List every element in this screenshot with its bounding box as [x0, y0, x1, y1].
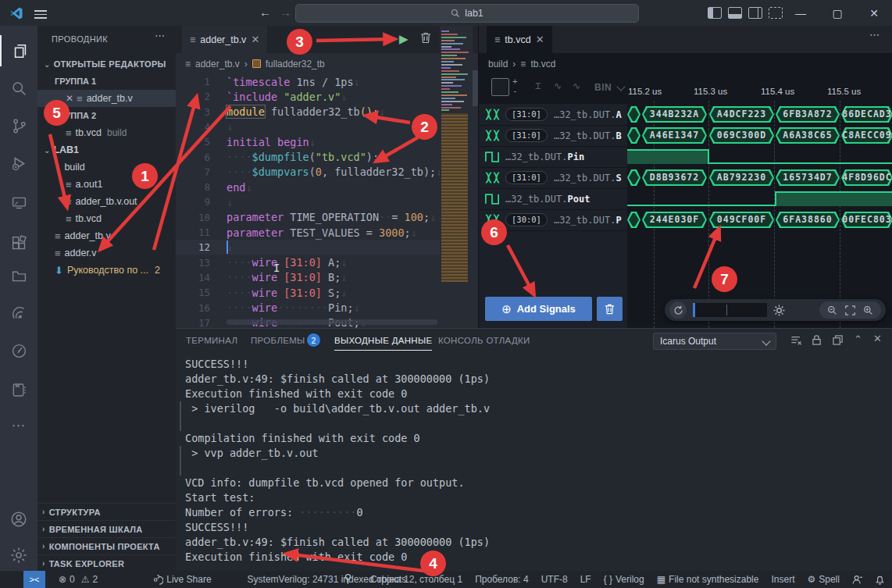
- section-временная-шкала[interactable]: ›ВРЕМЕННАЯ ШКАЛА: [37, 520, 176, 537]
- radix-chevron-icon[interactable]: [616, 82, 625, 91]
- code-area[interactable]: 1`timescale 1ns / 1ps↓2`include "adder.v…: [176, 74, 440, 328]
- problems-status[interactable]: ⊗0 ⚠2: [59, 574, 98, 585]
- tab-adder-tb[interactable]: ≡ adder_tb.v ✕: [182, 26, 267, 53]
- notifications-status[interactable]: [875, 575, 885, 585]
- activity-source-control-icon[interactable]: [0, 110, 37, 141]
- indentation-status[interactable]: Пробелов: 4: [475, 574, 529, 585]
- activity-timer-icon[interactable]: [0, 335, 37, 366]
- collapse-icon[interactable]: -: [512, 86, 518, 96]
- tree-item-tb.vcd[interactable]: ≡tb.vcd: [37, 210, 176, 227]
- breadcrumb-file[interactable]: tb.vcd: [530, 59, 555, 69]
- signal-row-b[interactable]: [31:0]…32_tb.DUT.B: [479, 125, 627, 147]
- output-content[interactable]: SUCCESS!!!adder_tb.v:49: $finish called …: [185, 329, 892, 572]
- code-line[interactable]: 6····$dumpfile("tb.vcd");↓: [176, 150, 440, 165]
- select-all-checkbox[interactable]: [491, 78, 509, 96]
- ports-status[interactable]: [344, 573, 352, 585]
- section-структура[interactable]: ›СТРУКТУРА: [37, 503, 176, 520]
- code-line[interactable]: 10parameter TIME_OPERATION··= 100;↓: [176, 210, 440, 225]
- activity-broadcast-icon[interactable]: [0, 298, 37, 329]
- editor-scrollbar[interactable]: [473, 70, 478, 106]
- code-line[interactable]: 8end↓: [176, 180, 440, 194]
- eol-status[interactable]: LF: [580, 574, 591, 585]
- activity-debug-icon[interactable]: [0, 148, 37, 179]
- customize-layout-icon[interactable]: [769, 7, 783, 19]
- nav-forward-icon[interactable]: →: [280, 5, 291, 19]
- window-close-button[interactable]: ✕: [858, 0, 890, 26]
- cursor-position-status[interactable]: Строка 12, столбец 1: [370, 574, 462, 585]
- tab-close-icon[interactable]: ✕: [536, 34, 544, 45]
- bus-format-icon[interactable]: ⌶: [535, 80, 541, 91]
- tab-tb-vcd[interactable]: ≡ tb.vcd ✕: [487, 26, 552, 53]
- activity-more-icon[interactable]: ⋯: [0, 410, 37, 441]
- toggle-secondary-sidebar-icon[interactable]: [748, 7, 762, 19]
- live-share-status[interactable]: Live Share: [153, 574, 211, 585]
- command-center-search[interactable]: lab1: [295, 4, 639, 23]
- sidebar-more-icon[interactable]: ⋯: [155, 30, 165, 41]
- code-line[interactable]: 4↓: [176, 119, 440, 134]
- activity-account-icon[interactable]: [0, 504, 37, 535]
- run-button[interactable]: ▶: [399, 32, 409, 46]
- toggle-sidebar-icon[interactable]: [708, 7, 722, 19]
- vcd-more-icon[interactable]: ⋯: [869, 29, 880, 41]
- zoom-fit-icon[interactable]: [845, 305, 855, 315]
- code-line[interactable]: 9↓: [176, 194, 440, 209]
- encoding-status[interactable]: UTF-8: [541, 574, 568, 585]
- signal-row-pin[interactable]: …32_tb.DUT.Pin: [479, 146, 627, 168]
- feedback-status[interactable]: [852, 575, 862, 585]
- waveform-area[interactable]: 115.2 us115.3 us115.4 us115.5 us344B232A…: [627, 74, 892, 328]
- synthesis-status[interactable]: ▦File not synthesizable: [657, 574, 759, 585]
- code-line[interactable]: 15····wire [31:0] S;↓: [176, 285, 440, 300]
- window-maximize-button[interactable]: ▢: [822, 0, 853, 26]
- activity-settings-icon[interactable]: [0, 540, 37, 571]
- close-icon[interactable]: ✕: [66, 93, 73, 104]
- code-line[interactable]: 14····wire [31:0] B;↓: [176, 270, 440, 285]
- signal-row-a[interactable]: [31:0]…32_tb.DUT.A: [479, 104, 627, 126]
- minimap[interactable]: [440, 26, 473, 328]
- analog-wave-icon[interactable]: ∿: [554, 80, 562, 91]
- signal-row-pout[interactable]: …32_tb.DUT.Pout: [479, 188, 627, 210]
- code-line[interactable]: 7····$dumpvars(0, fulladder32_tb);↓: [176, 165, 440, 180]
- zoom-out-icon[interactable]: [827, 305, 837, 315]
- code-line[interactable]: 2`include "adder.v"↓: [176, 89, 440, 104]
- editor-h-scrollbar[interactable]: [227, 319, 437, 325]
- code-line[interactable]: 12↓: [176, 240, 440, 255]
- reload-icon[interactable]: [669, 301, 687, 319]
- toggle-panel-icon[interactable]: [728, 7, 742, 19]
- tree-item-adder.v[interactable]: ≡adder.v: [37, 244, 176, 262]
- editor-breadcrumb[interactable]: ≡ adder_tb.v › fulladder32_tb: [176, 53, 478, 74]
- code-line[interactable]: 3module fulladder32_tb();↓: [176, 105, 440, 119]
- activity-notebook-icon[interactable]: [0, 374, 37, 405]
- time-range-input[interactable]: [693, 303, 767, 317]
- activity-folder-icon[interactable]: [0, 260, 37, 291]
- activity-search-icon[interactable]: [0, 73, 37, 104]
- nav-back-icon[interactable]: ←: [259, 5, 271, 19]
- tree-item-adder_tb.v.out[interactable]: ≡adder_tb.v.out: [37, 193, 176, 210]
- signal-row-s[interactable]: [31:0]…32_tb.DUT.S: [479, 167, 627, 189]
- code-line[interactable]: 5initial begin↓: [176, 134, 440, 149]
- trash-icon[interactable]: [420, 32, 431, 44]
- tree-item-adder_tb.v[interactable]: ≡adder_tb.v: [37, 227, 176, 244]
- tab-close-icon[interactable]: ✕: [251, 34, 259, 45]
- insert-mode-status[interactable]: Insert: [771, 574, 794, 585]
- activity-files-icon[interactable]: [0, 35, 39, 66]
- window-minimize-button[interactable]: —: [785, 0, 816, 26]
- section-компоненты-проекта[interactable]: ›КОМПОНЕНТЫ ПРОЕКТА: [37, 537, 176, 554]
- code-line[interactable]: 1`timescale 1ns / 1ps↓: [176, 74, 440, 89]
- code-line[interactable]: 16····wire········Pin;↓: [176, 301, 440, 315]
- tree-item--...[interactable]: ⬇Руководство по ...2: [37, 262, 176, 279]
- open-editors-section[interactable]: ⌄ОТКРЫТЫЕ РЕДАКТОРЫ: [37, 55, 176, 73]
- radix-select[interactable]: BIN: [594, 82, 612, 93]
- zoom-in-icon[interactable]: [863, 305, 873, 315]
- activity-remote-icon[interactable]: [0, 187, 37, 218]
- breadcrumb-folder[interactable]: build: [488, 59, 508, 69]
- section-task-explorer[interactable]: ›TASK EXPLORER: [37, 554, 176, 571]
- tree-item-lab1[interactable]: ⌄LAB1: [37, 141, 176, 159]
- tree-item-tb.vcd[interactable]: ≡tb.vcdbuild: [37, 124, 176, 141]
- activity-extensions-icon[interactable]: [0, 227, 37, 258]
- code-line[interactable]: 13····wire [31:0] A;↓: [176, 255, 440, 270]
- breadcrumb-symbol[interactable]: fulladder32_tb: [266, 59, 325, 69]
- remote-indicator[interactable]: ><: [23, 571, 45, 588]
- wave-settings-gear-icon[interactable]: [773, 305, 785, 316]
- spell-status[interactable]: ⚙Spell: [807, 574, 839, 585]
- add-signals-button[interactable]: ⊕ Add Signals: [485, 297, 592, 321]
